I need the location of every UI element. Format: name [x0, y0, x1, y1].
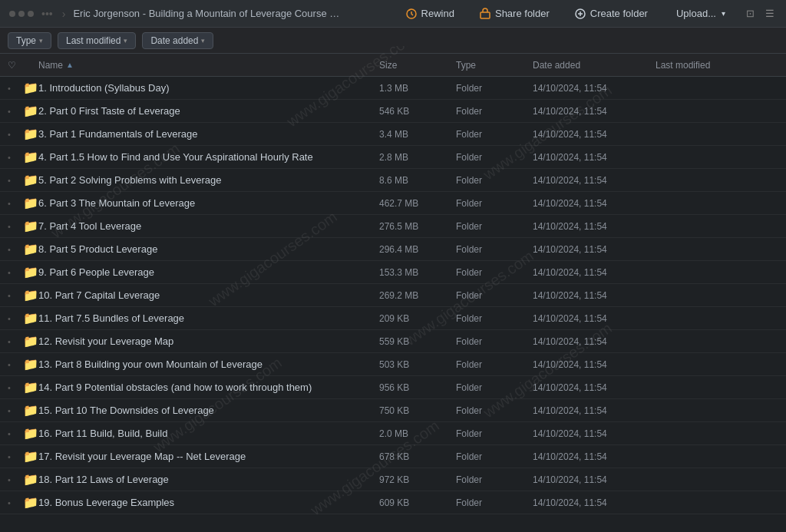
table-row[interactable]: • 📁 12. Revisit your Leverage Map 559 KB…: [0, 330, 786, 353]
share-label: Share folder: [495, 8, 550, 19]
folder-icon: 📁: [23, 357, 38, 372]
row-date-added: 14/10/2024, 11:54: [533, 152, 656, 163]
row-size: 956 KB: [379, 382, 456, 393]
table-row[interactable]: • 📁 15. Part 10 The Downsides of Leverag…: [0, 399, 786, 422]
type-filter-label: Type: [16, 35, 36, 46]
row-type: Folder: [456, 198, 533, 209]
row-date-added: 14/10/2024, 11:54: [533, 106, 656, 117]
row-name: 6. Part 3 The Mountain of Leverage: [38, 197, 379, 209]
table-row[interactable]: • 📁 14. Part 9 Potential obstacles (and …: [0, 376, 786, 399]
folder-icon: 📁: [23, 403, 38, 418]
folder-icon: 📁: [23, 150, 38, 164]
row-size: 503 KB: [379, 359, 456, 370]
row-date-added: 14/10/2024, 11:54: [533, 474, 656, 485]
share-folder-button[interactable]: Share folder: [473, 5, 556, 23]
list-view-icon[interactable]: ☰: [763, 5, 777, 21]
row-heart: •: [8, 314, 23, 323]
row-heart: •: [8, 498, 23, 507]
folder-icon: 📁: [23, 127, 38, 141]
row-type: Folder: [456, 106, 533, 117]
row-name: 13. Part 8 Building your own Mountain of…: [38, 359, 379, 370]
rewind-button[interactable]: Rewind: [399, 5, 461, 23]
share-icon: [479, 8, 491, 20]
row-heart: •: [8, 268, 23, 277]
row-heart: •: [8, 429, 23, 438]
row-name: 15. Part 10 The Downsides of Leverage: [38, 405, 379, 416]
row-name: 9. Part 6 People Leverage: [38, 266, 379, 278]
table-row[interactable]: • 📁 7. Part 4 Tool Leverage 276.5 MB Fol…: [0, 215, 786, 238]
row-date-added: 14/10/2024, 11:54: [533, 267, 656, 278]
table-row[interactable]: • 📁 13. Part 8 Building your own Mountai…: [0, 353, 786, 376]
header-size[interactable]: Size: [379, 60, 456, 71]
row-type: Folder: [456, 267, 533, 278]
create-folder-button[interactable]: Create folder: [568, 5, 654, 23]
row-type: Folder: [456, 497, 533, 508]
last-modified-filter-button[interactable]: Last modified ▾: [58, 32, 136, 49]
rewind-icon: [405, 8, 418, 20]
upload-button[interactable]: Upload... ▾: [666, 5, 732, 22]
row-size: 462.7 MB: [379, 198, 456, 209]
breadcrumb-separator: ›: [62, 8, 66, 20]
row-size: 972 KB: [379, 474, 456, 485]
grid-view-icon[interactable]: ⊡: [744, 5, 757, 21]
row-size: 2.0 MB: [379, 428, 456, 439]
date-added-filter-label: Date added: [150, 35, 198, 46]
row-type: Folder: [456, 359, 533, 370]
row-heart: •: [8, 383, 23, 392]
row-type: Folder: [456, 428, 533, 439]
folder-icon: 📁: [23, 472, 38, 487]
row-date-added: 14/10/2024, 11:54: [533, 290, 656, 301]
type-filter-caret: ▾: [39, 37, 43, 45]
folder-icon: 📁: [23, 380, 38, 395]
header-last-modified[interactable]: Last modified: [656, 60, 778, 71]
table-row[interactable]: • 📁 6. Part 3 The Mountain of Leverage 4…: [0, 192, 786, 215]
row-name: 18. Part 12 Laws of Leverage: [38, 474, 379, 485]
table-row[interactable]: • 📁 9. Part 6 People Leverage 153.3 MB F…: [0, 261, 786, 284]
row-size: 559 KB: [379, 336, 456, 347]
row-size: 750 KB: [379, 405, 456, 416]
table-row[interactable]: • 📁 18. Part 12 Laws of Leverage 972 KB …: [0, 468, 786, 491]
header-date-added[interactable]: Date added: [533, 60, 656, 71]
row-date-added: 14/10/2024, 11:54: [533, 221, 656, 232]
date-added-filter-button[interactable]: Date added ▾: [142, 32, 213, 49]
folder-icon: 📁: [23, 311, 38, 325]
nav-dots: •••: [41, 8, 53, 20]
table-row[interactable]: • 📁 4. Part 1.5 How to Find and Use Your…: [0, 146, 786, 169]
row-date-added: 14/10/2024, 11:54: [533, 336, 656, 347]
header-type[interactable]: Type: [456, 60, 533, 71]
row-size: 678 KB: [379, 451, 456, 462]
table-row[interactable]: • 📁 1. Introduction (Syllabus Day) 1.3 M…: [0, 77, 786, 100]
top-bar-actions: Rewind Share folder Create folder Uplo: [399, 5, 777, 23]
row-date-added: 14/10/2024, 11:54: [533, 198, 656, 209]
table-row[interactable]: • 📁 3. Part 1 Fundamentals of Leverage 3…: [0, 123, 786, 146]
row-type: Folder: [456, 152, 533, 163]
row-size: 2.8 MB: [379, 152, 456, 163]
table-row[interactable]: • 📁 2. Part 0 First Taste of Leverage 54…: [0, 100, 786, 123]
table-row[interactable]: • 📁 19. Bonus Leverage Examples 609 KB F…: [0, 491, 786, 514]
row-heart: •: [8, 406, 23, 415]
row-size: 153.3 MB: [379, 267, 456, 278]
table-row[interactable]: • 📁 8. Part 5 Product Leverage 296.4 MB …: [0, 238, 786, 261]
row-heart: •: [8, 452, 23, 461]
row-name: 16. Part 11 Build, Build, Build: [38, 428, 379, 439]
folder-icon: 📁: [23, 196, 38, 210]
row-name: 1. Introduction (Syllabus Day): [38, 82, 379, 94]
row-size: 209 KB: [379, 313, 456, 324]
row-size: 276.5 MB: [379, 221, 456, 232]
create-folder-icon: [574, 8, 586, 20]
folder-icon: 📁: [23, 288, 38, 302]
table-row[interactable]: • 📁 10. Part 7 Capital Leverage 269.2 MB…: [0, 284, 786, 307]
table-row[interactable]: • 📁 5. Part 2 Solving Problems with Leve…: [0, 169, 786, 192]
table-row[interactable]: • 📁 17. Revisit your Leverage Map -- Net…: [0, 445, 786, 468]
sort-arrow-icon: ▲: [66, 61, 74, 69]
table-row[interactable]: • 📁 11. Part 7.5 Bundles of Leverage 209…: [0, 307, 786, 330]
table-row[interactable]: • 📁 16. Part 11 Build, Build, Build 2.0 …: [0, 422, 786, 445]
filter-bar: Type ▾ Last modified ▾ Date added ▾: [0, 28, 786, 54]
row-size: 1.3 MB: [379, 83, 456, 94]
row-type: Folder: [456, 83, 533, 94]
row-heart: •: [8, 360, 23, 369]
upload-label: Upload...: [676, 8, 716, 19]
type-filter-button[interactable]: Type ▾: [8, 32, 51, 49]
top-bar: ••• › Eric Jorgenson - Building a Mounta…: [0, 0, 786, 28]
header-name[interactable]: Name ▲: [38, 60, 379, 71]
